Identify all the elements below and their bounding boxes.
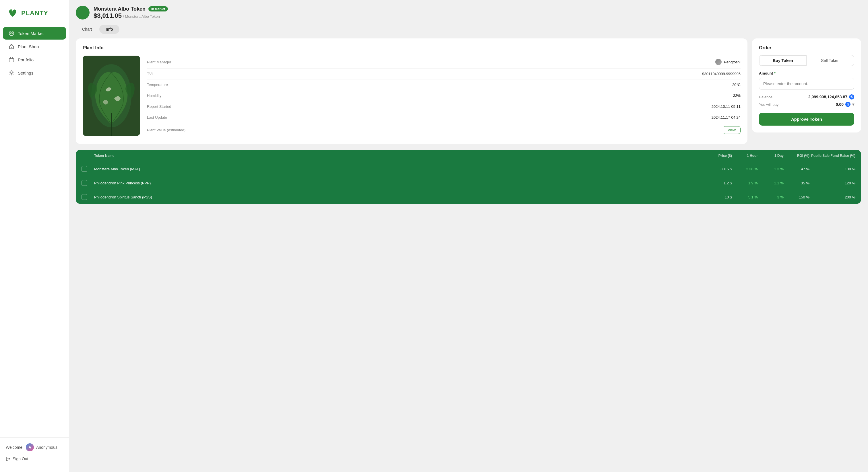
required-star: * <box>774 71 776 75</box>
row-checkbox-1[interactable] <box>82 166 87 172</box>
token-price: $3,011.05 <box>94 12 122 19</box>
td-roi-2: 35 % <box>784 181 809 185</box>
order-tab-sell[interactable]: Sell Token <box>807 55 854 66</box>
order-title: Order <box>759 45 854 50</box>
td-price-3: 10 $ <box>701 195 732 199</box>
order-tab-buy[interactable]: Buy Token <box>759 55 807 66</box>
field-value-temperature: 20°C <box>732 82 741 87</box>
view-button[interactable]: View <box>723 126 741 134</box>
td-price-1: 3015 $ <box>701 167 732 171</box>
td-public-sale-3: 200 % <box>809 195 856 199</box>
info-row-temperature: Temperature 20°C <box>147 79 741 90</box>
market-table: Token Name Price ($) 1 Hour 1 Day ROI (%… <box>76 150 861 204</box>
pay-label: You will pay <box>759 102 778 107</box>
td-checkbox-1[interactable] <box>82 166 94 172</box>
manager-avatar <box>715 59 722 65</box>
info-row-tvl: TVL $3011049999.9999995 <box>147 69 741 79</box>
balance-row: Balance 2,999,998,124,653.87 Ⓢ <box>759 94 854 100</box>
tab-info[interactable]: Info <box>99 25 119 34</box>
th-token-name: Token Name <box>94 154 701 158</box>
token-circle-icon <box>76 6 90 20</box>
field-value-manager: Pengtoshi <box>715 59 741 65</box>
sidebar-item-settings[interactable]: Settings <box>3 67 66 79</box>
sign-out-button[interactable]: Sign Out <box>6 454 63 463</box>
logo: PLANTY <box>0 6 69 26</box>
sign-out-label: Sign Out <box>12 457 28 461</box>
info-row-report-started: Report Started 2024.10.11 05:11 <box>147 101 741 112</box>
td-one-day-2: 1.1 % <box>758 181 784 185</box>
sidebar-item-portfolio[interactable]: Portfolio <box>3 53 66 66</box>
td-roi-3: 150 % <box>784 195 809 199</box>
table-row: Philodendron Pink Princess (PPP) 1.2 $ 1… <box>76 176 861 190</box>
td-token-name-2: Philodendron Pink Princess (PPP) <box>94 181 701 185</box>
plant-details: Plant Manager Pengtoshi TVL $3011049999.… <box>147 56 741 137</box>
pay-row: You will pay 0.00 Ⓢ ▾ <box>759 102 854 107</box>
th-price: Price ($) <box>701 154 732 158</box>
field-label-temperature: Temperature <box>147 82 168 87</box>
token-name-row: Monstera Albo Token In Market <box>94 6 168 12</box>
th-checkbox <box>82 154 94 158</box>
svg-point-5 <box>11 72 12 74</box>
balance-coin-icon: Ⓢ <box>849 94 854 100</box>
td-public-sale-2: 120 % <box>809 181 856 185</box>
settings-icon <box>9 70 14 76</box>
svg-rect-4 <box>9 59 14 62</box>
plant-info-card: Plant Info <box>76 38 747 144</box>
balance-label: Balance <box>759 95 772 99</box>
sidebar-bottom: Welcome, A Anonymous Sign Out <box>0 437 69 466</box>
sidebar-item-token-market-label: Token Market <box>18 31 43 36</box>
th-one-hour: 1 Hour <box>732 154 758 158</box>
td-token-name-1: Monstera Albo Token (MAT) <box>94 167 701 171</box>
sidebar-item-token-market[interactable]: $ Token Market <box>3 27 66 40</box>
td-one-hour-2: 1.9 % <box>732 181 758 185</box>
td-roi-1: 47 % <box>784 167 809 171</box>
tab-chart[interactable]: Chart <box>76 25 98 34</box>
row-checkbox-2[interactable] <box>82 180 87 186</box>
td-token-name-3: Philodendron Spiritus Sancti (PSS) <box>94 195 701 199</box>
row-checkbox-3[interactable] <box>82 194 87 200</box>
info-row-humidity: Humidity 33% <box>147 90 741 101</box>
welcome-row: Welcome, A Anonymous <box>6 440 63 454</box>
main-content: Monstera Albo Token In Market $3,011.05 … <box>69 0 868 472</box>
welcome-prefix: Welcome, <box>6 445 24 450</box>
td-one-day-1: 1.3 % <box>758 167 784 171</box>
info-row-manager: Plant Manager Pengtoshi <box>147 56 741 69</box>
token-header: Monstera Albo Token In Market $3,011.05 … <box>76 6 861 20</box>
in-market-badge: In Market <box>148 6 168 11</box>
sidebar-item-plant-shop-label: Plant Shop <box>18 44 39 49</box>
td-price-2: 1.2 $ <box>701 181 732 185</box>
token-header-info: Monstera Albo Token In Market $3,011.05 … <box>94 6 168 20</box>
avatar: A <box>26 443 34 451</box>
table-row: Philodendron Spiritus Sancti (PSS) 10 $ … <box>76 190 861 204</box>
td-checkbox-2[interactable] <box>82 180 94 186</box>
td-one-hour-1: 2.38 % <box>732 167 758 171</box>
token-name: Monstera Albo Token <box>94 6 146 12</box>
th-roi: ROI (%) <box>784 154 809 158</box>
plant-image <box>83 56 140 136</box>
token-market-icon: $ <box>9 30 14 36</box>
field-label-plant-value: Plant Value (estimated) <box>147 128 185 132</box>
plant-logo-icon <box>7 9 19 18</box>
table-row: Monstera Albo Token (MAT) 3015 $ 2.38 % … <box>76 162 861 176</box>
plant-info-title: Plant Info <box>83 45 741 50</box>
field-label-humidity: Humidity <box>147 94 162 98</box>
td-checkbox-3[interactable] <box>82 194 94 200</box>
portfolio-icon <box>9 57 14 63</box>
amount-label: Amount * <box>759 71 854 75</box>
field-label-manager: Plant Manager <box>147 60 172 64</box>
username: Anonymous <box>36 445 57 450</box>
field-value-last-update: 2024.11.17 04:24 <box>712 115 741 120</box>
td-public-sale-1: 130 % <box>809 167 856 171</box>
th-one-day: 1 Day <box>758 154 784 158</box>
amount-input[interactable] <box>759 78 854 90</box>
token-price-row: $3,011.05 / Monstera Albo Token <box>94 12 168 20</box>
sign-out-icon <box>6 457 10 461</box>
sidebar-item-plant-shop[interactable]: Plant Shop <box>3 40 66 53</box>
sidebar: PLANTY $ Token Market Plant Shop Port <box>0 0 69 472</box>
field-value-report-started: 2024.10.11 05:11 <box>712 104 741 109</box>
approve-button[interactable]: Approve Token <box>759 113 854 126</box>
field-value-humidity: 33% <box>733 94 741 98</box>
field-label-last-update: Last Update <box>147 115 167 120</box>
sidebar-nav: $ Token Market Plant Shop Portfolio <box>0 26 69 80</box>
sidebar-item-settings-label: Settings <box>18 71 33 75</box>
